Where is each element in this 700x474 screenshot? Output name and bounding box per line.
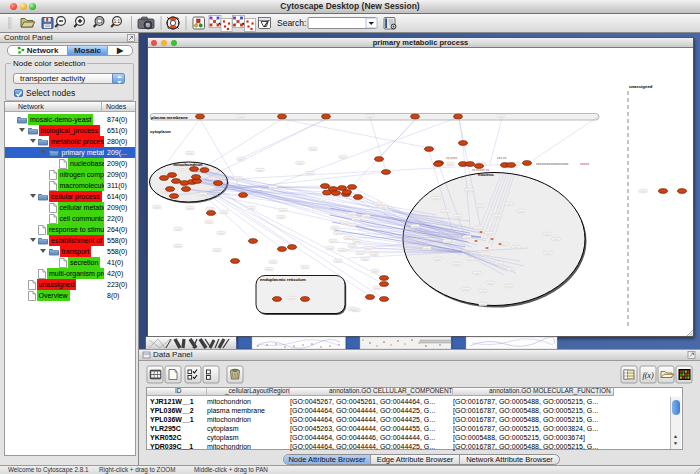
svg-text:xx xxxxx xx: xx xxxxx xx — [472, 168, 489, 172]
svg-text:plasma membrane: plasma membrane — [151, 115, 188, 120]
svg-text:unassigned: unassigned — [629, 84, 653, 89]
svg-text:1:1: 1:1 — [114, 19, 121, 24]
svg-text:xxx xx: xxx xx — [497, 156, 507, 160]
svg-text:xx xxxx: xx xxxx — [446, 156, 457, 160]
svg-text:mitochondrion: mitochondrion — [173, 162, 203, 167]
svg-text:endoplasmic reticulum: endoplasmic reticulum — [260, 277, 306, 282]
svg-text:xxxxxxxxxxxxxxxxxx: xxxxxxxxxxxxxxxxxx — [536, 162, 569, 166]
svg-text:Search:: Search: — [277, 18, 306, 28]
svg-text:f(x): f(x) — [642, 371, 653, 380]
svg-text:xxxxx: xxxxx — [580, 162, 589, 166]
svg-text:cytoplasm: cytoplasm — [150, 129, 171, 134]
svg-text:nucleus: nucleus — [478, 172, 494, 177]
